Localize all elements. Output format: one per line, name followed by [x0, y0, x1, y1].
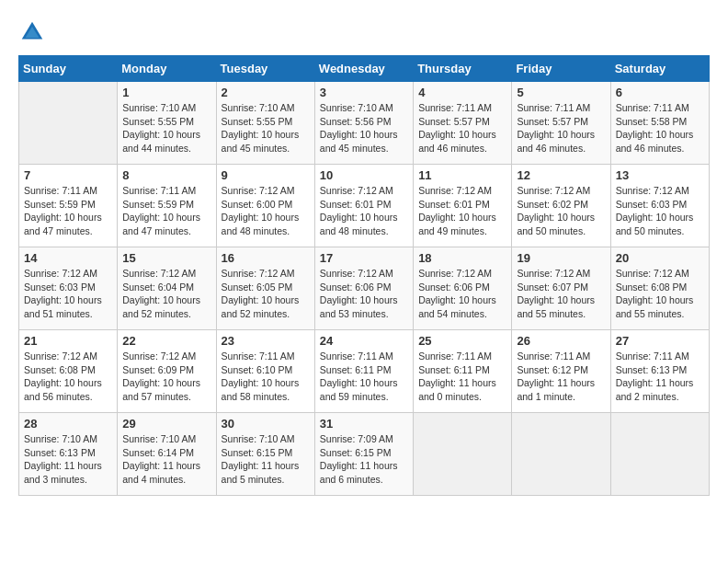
day-info: Sunrise: 7:12 AMSunset: 6:02 PMDaylight:… — [517, 184, 605, 238]
logo — [18, 18, 48, 46]
day-info: Sunrise: 7:12 AMSunset: 6:06 PMDaylight:… — [320, 267, 408, 321]
day-number: 22 — [122, 334, 210, 348]
calendar-cell: 28Sunrise: 7:10 AMSunset: 6:13 PMDayligh… — [19, 413, 118, 496]
day-info: Sunrise: 7:12 AMSunset: 6:03 PMDaylight:… — [616, 184, 704, 238]
day-number: 10 — [320, 168, 408, 182]
day-number: 12 — [517, 168, 605, 182]
calendar-cell: 2Sunrise: 7:10 AMSunset: 5:55 PMDaylight… — [216, 82, 314, 165]
week-row-3: 14Sunrise: 7:12 AMSunset: 6:03 PMDayligh… — [19, 247, 710, 330]
day-number: 3 — [320, 86, 408, 99]
day-number: 17 — [320, 251, 408, 265]
day-info: Sunrise: 7:11 AMSunset: 5:58 PMDaylight:… — [616, 101, 704, 155]
day-info: Sunrise: 7:11 AMSunset: 6:12 PMDaylight:… — [517, 350, 605, 404]
header-monday: Monday — [118, 56, 216, 82]
day-info: Sunrise: 7:10 AMSunset: 5:55 PMDaylight:… — [222, 101, 310, 155]
header-wednesday: Wednesday — [314, 56, 413, 82]
week-row-1: 1Sunrise: 7:10 AMSunset: 5:55 PMDaylight… — [19, 82, 710, 165]
week-row-5: 28Sunrise: 7:10 AMSunset: 6:13 PMDayligh… — [19, 413, 710, 496]
day-number: 24 — [320, 334, 408, 348]
calendar-cell: 15Sunrise: 7:12 AMSunset: 6:04 PMDayligh… — [118, 247, 216, 330]
day-number: 2 — [222, 86, 310, 99]
day-number: 25 — [418, 334, 506, 348]
day-number: 4 — [418, 86, 506, 99]
day-number: 27 — [616, 334, 704, 348]
header-friday: Friday — [512, 56, 610, 82]
calendar-cell: 25Sunrise: 7:11 AMSunset: 6:11 PMDayligh… — [414, 330, 512, 413]
day-info: Sunrise: 7:12 AMSunset: 6:07 PMDaylight:… — [517, 267, 605, 321]
header-saturday: Saturday — [610, 56, 709, 82]
day-info: Sunrise: 7:10 AMSunset: 6:13 PMDaylight:… — [24, 432, 112, 487]
calendar-cell: 20Sunrise: 7:12 AMSunset: 6:08 PMDayligh… — [610, 247, 709, 330]
calendar-cell — [512, 413, 610, 496]
calendar-cell: 5Sunrise: 7:11 AMSunset: 5:57 PMDaylight… — [512, 82, 610, 165]
header-sunday: Sunday — [19, 56, 118, 82]
calendar-cell: 17Sunrise: 7:12 AMSunset: 6:06 PMDayligh… — [314, 247, 413, 330]
calendar-cell: 12Sunrise: 7:12 AMSunset: 6:02 PMDayligh… — [512, 165, 610, 247]
calendar-cell: 6Sunrise: 7:11 AMSunset: 5:58 PMDaylight… — [610, 82, 709, 165]
header-tuesday: Tuesday — [216, 56, 314, 82]
week-row-4: 21Sunrise: 7:12 AMSunset: 6:08 PMDayligh… — [19, 330, 710, 413]
day-number: 9 — [222, 168, 310, 182]
calendar-cell: 24Sunrise: 7:11 AMSunset: 6:11 PMDayligh… — [314, 330, 413, 413]
calendar-cell: 3Sunrise: 7:10 AMSunset: 5:56 PMDaylight… — [314, 82, 413, 165]
calendar-cell: 8Sunrise: 7:11 AMSunset: 5:59 PMDaylight… — [118, 165, 216, 247]
day-info: Sunrise: 7:12 AMSunset: 6:06 PMDaylight:… — [418, 267, 506, 321]
calendar-cell: 11Sunrise: 7:12 AMSunset: 6:01 PMDayligh… — [414, 165, 512, 247]
day-number: 18 — [418, 251, 506, 265]
day-info: Sunrise: 7:12 AMSunset: 6:04 PMDaylight:… — [122, 267, 210, 321]
day-info: Sunrise: 7:10 AMSunset: 5:55 PMDaylight:… — [122, 101, 210, 155]
calendar-cell: 16Sunrise: 7:12 AMSunset: 6:05 PMDayligh… — [216, 247, 314, 330]
day-info: Sunrise: 7:12 AMSunset: 6:01 PMDaylight:… — [418, 184, 506, 238]
day-number: 31 — [320, 417, 408, 431]
day-number: 26 — [517, 334, 605, 348]
day-info: Sunrise: 7:12 AMSunset: 6:05 PMDaylight:… — [222, 267, 310, 321]
day-number: 20 — [616, 251, 704, 265]
day-info: Sunrise: 7:10 AMSunset: 6:14 PMDaylight:… — [122, 432, 210, 487]
calendar-cell: 26Sunrise: 7:11 AMSunset: 6:12 PMDayligh… — [512, 330, 610, 413]
day-number: 11 — [418, 168, 506, 182]
calendar-cell: 30Sunrise: 7:10 AMSunset: 6:15 PMDayligh… — [216, 413, 314, 496]
day-info: Sunrise: 7:11 AMSunset: 5:59 PMDaylight:… — [122, 184, 210, 238]
calendar-table: SundayMondayTuesdayWednesdayThursdayFrid… — [18, 55, 710, 496]
calendar-cell: 29Sunrise: 7:10 AMSunset: 6:14 PMDayligh… — [118, 413, 216, 496]
day-info: Sunrise: 7:11 AMSunset: 5:57 PMDaylight:… — [517, 101, 605, 155]
day-number: 6 — [616, 86, 704, 99]
day-info: Sunrise: 7:12 AMSunset: 6:08 PMDaylight:… — [616, 267, 704, 321]
day-number: 16 — [222, 251, 310, 265]
calendar-cell: 4Sunrise: 7:11 AMSunset: 5:57 PMDaylight… — [414, 82, 512, 165]
day-number: 7 — [24, 168, 112, 182]
calendar-cell: 14Sunrise: 7:12 AMSunset: 6:03 PMDayligh… — [19, 247, 118, 330]
header-thursday: Thursday — [414, 56, 512, 82]
day-number: 29 — [122, 417, 210, 431]
day-number: 14 — [24, 251, 112, 265]
day-info: Sunrise: 7:11 AMSunset: 6:13 PMDaylight:… — [616, 350, 704, 404]
day-info: Sunrise: 7:11 AMSunset: 6:11 PMDaylight:… — [418, 350, 506, 404]
day-info: Sunrise: 7:12 AMSunset: 6:01 PMDaylight:… — [320, 184, 408, 238]
calendar-cell: 21Sunrise: 7:12 AMSunset: 6:08 PMDayligh… — [19, 330, 118, 413]
day-number: 13 — [616, 168, 704, 182]
day-number: 1 — [122, 86, 210, 99]
day-info: Sunrise: 7:11 AMSunset: 5:57 PMDaylight:… — [418, 101, 506, 155]
day-info: Sunrise: 7:09 AMSunset: 6:15 PMDaylight:… — [320, 432, 408, 487]
header-row: SundayMondayTuesdayWednesdayThursdayFrid… — [19, 56, 710, 82]
day-number: 8 — [122, 168, 210, 182]
day-info: Sunrise: 7:10 AMSunset: 6:15 PMDaylight:… — [222, 432, 310, 487]
day-number: 5 — [517, 86, 605, 99]
calendar-cell: 9Sunrise: 7:12 AMSunset: 6:00 PMDaylight… — [216, 165, 314, 247]
calendar-cell: 22Sunrise: 7:12 AMSunset: 6:09 PMDayligh… — [118, 330, 216, 413]
day-info: Sunrise: 7:11 AMSunset: 6:10 PMDaylight:… — [222, 350, 310, 404]
day-number: 15 — [122, 251, 210, 265]
calendar-cell: 31Sunrise: 7:09 AMSunset: 6:15 PMDayligh… — [314, 413, 413, 496]
calendar-cell: 13Sunrise: 7:12 AMSunset: 6:03 PMDayligh… — [610, 165, 709, 247]
day-info: Sunrise: 7:12 AMSunset: 6:08 PMDaylight:… — [24, 350, 112, 404]
day-info: Sunrise: 7:12 AMSunset: 6:09 PMDaylight:… — [122, 350, 210, 404]
week-row-2: 7Sunrise: 7:11 AMSunset: 5:59 PMDaylight… — [19, 165, 710, 247]
day-info: Sunrise: 7:12 AMSunset: 6:03 PMDaylight:… — [24, 267, 112, 321]
calendar-cell: 18Sunrise: 7:12 AMSunset: 6:06 PMDayligh… — [414, 247, 512, 330]
day-info: Sunrise: 7:10 AMSunset: 5:56 PMDaylight:… — [320, 101, 408, 155]
day-info: Sunrise: 7:12 AMSunset: 6:00 PMDaylight:… — [222, 184, 310, 238]
calendar-cell — [414, 413, 512, 496]
calendar-cell — [610, 413, 709, 496]
day-info: Sunrise: 7:11 AMSunset: 5:59 PMDaylight:… — [24, 184, 112, 238]
logo-icon — [18, 18, 46, 46]
